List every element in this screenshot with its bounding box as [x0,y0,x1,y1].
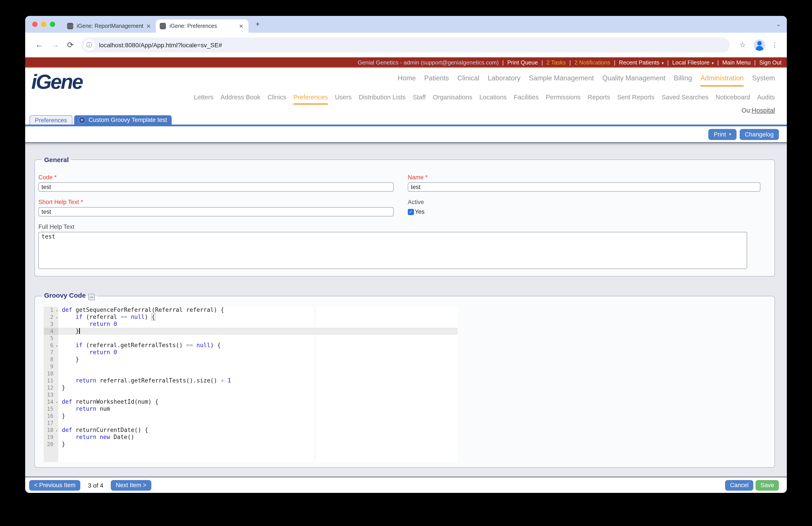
profile-avatar[interactable] [754,39,765,51]
code-line[interactable]: } [58,384,458,391]
topbar-item[interactable]: 2 Tasks [547,59,566,66]
browser-tab[interactable]: iGene: ReportManagement✕ [63,19,156,33]
code-line[interactable]: } [58,412,458,420]
subnav-audits[interactable]: Audits [757,94,775,101]
code-line[interactable] [58,370,458,377]
editor-code-area[interactable]: def getSequenceForReferral(Referral refe… [58,307,458,462]
code-line[interactable]: def getSequenceForReferral(Referral refe… [58,307,458,314]
topbar-item[interactable]: Sign Out [759,59,782,66]
collapse-section-button[interactable]: – [88,294,95,300]
browser-tab-strip: iGene: ReportManagement✕iGene: Preferenc… [25,16,787,33]
code-line[interactable]: return new Date() [58,434,458,441]
subnav-staff[interactable]: Staff [412,94,426,101]
cancel-button[interactable]: Cancel [725,480,753,491]
address-bar[interactable]: ⓘ localhost:8080/App/App.html?locale=sv_… [81,37,730,52]
code-token: if [76,342,83,349]
subnav-distribution-lists[interactable]: Distribution Lists [359,94,406,101]
nav-laboratory[interactable]: Laboratory [488,74,521,82]
code-token: return [76,406,97,412]
code-line[interactable]: return 0 [58,349,458,356]
window-maximize-button[interactable] [50,22,55,27]
subnav-sent-reports[interactable]: Sent Reports [617,94,654,101]
forward-icon[interactable]: → [51,40,59,49]
code-token [224,377,228,384]
previous-item-button[interactable]: < Previous Item [29,480,80,491]
tab-close-icon[interactable]: ✕ [238,23,245,29]
nav-administration[interactable]: Administration [700,74,744,87]
bookmark-star-icon[interactable]: ☆ [739,41,746,49]
code-input[interactable] [39,182,394,192]
topbar-separator: | [614,59,615,66]
igene-logo[interactable]: iGene [31,70,82,94]
topbar-item[interactable]: Local Filestore▾ [672,59,714,66]
window-minimize-button[interactable] [41,22,46,27]
subnav-letters[interactable]: Letters [194,94,214,101]
next-item-button[interactable]: Next Item > [111,480,151,491]
subnav-saved-searches[interactable]: Saved Searches [662,94,709,101]
nav-patients[interactable]: Patients [424,74,449,82]
short-help-label: Short Help Text * [39,199,408,205]
subnav-noticeboard[interactable]: Noticeboard [715,94,750,101]
code-line[interactable] [58,391,458,398]
workspace-tab-close-icon[interactable]: ✕ [79,117,85,123]
topbar-item[interactable]: Recent Patients▾ [619,59,664,66]
subnav-preferences[interactable]: Preferences [293,94,328,105]
topbar-item[interactable]: Main Menu [722,59,751,66]
topbar-item[interactable]: Print Queue [507,59,538,66]
code-line[interactable]: return 0 [58,321,458,328]
nav-clinical[interactable]: Clinical [458,74,479,82]
subnav-reports[interactable]: Reports [588,94,610,101]
code-line[interactable]: } [58,328,458,335]
tab-close-icon[interactable]: ✕ [145,23,152,29]
code-line[interactable] [58,363,458,370]
active-checkbox-label: Yes [415,209,424,215]
subnav-locations[interactable]: Locations [479,94,507,101]
nav-quality-management[interactable]: Quality Management [602,74,665,82]
url-text[interactable]: localhost:8080/App/App.html?locale=sv_SE… [99,41,222,48]
code-line[interactable] [58,420,458,427]
topbar-item[interactable]: 2 Notifications [574,59,610,66]
code-line[interactable]: } [58,356,458,363]
reload-icon[interactable]: ⟳ [67,40,74,50]
print-button[interactable]: Print ▾ [709,129,737,140]
subnav-address-book[interactable]: Address Book [221,94,261,101]
code-line[interactable]: def returnCurrentDate() { [58,427,458,434]
groovy-code-editor[interactable]: 1▾2▾3456▾7891011121314▾15161718▾1920 def… [44,307,771,462]
subnav-users[interactable]: Users [335,94,352,101]
gutter-line-number: 10 [44,370,58,377]
site-info-icon[interactable]: ⓘ [83,39,95,51]
nav-home[interactable]: Home [397,74,416,82]
subnav-organisations[interactable]: Organisations [433,94,473,101]
name-input[interactable] [408,182,760,192]
workspace-tab[interactable]: Preferences [30,115,72,125]
code-line[interactable] [58,335,458,342]
code-line[interactable]: } [58,441,458,448]
subnav-permissions[interactable]: Permissions [546,94,581,101]
changelog-button[interactable]: Changelog [739,129,779,140]
code-line[interactable]: if (referral == null) { [58,314,458,321]
tab-search-chevron-icon[interactable]: ⌄ [776,21,781,27]
active-checkbox[interactable]: ✓ [408,209,414,215]
code-line[interactable]: if (referral.getReferralTests() == null)… [58,342,458,349]
short-help-input[interactable] [39,207,394,216]
nav-sample-management[interactable]: Sample Management [529,74,594,82]
code-token: 0 [114,349,117,356]
back-icon[interactable]: ← [35,40,43,49]
nav-billing[interactable]: Billing [673,74,692,82]
browser-tab[interactable]: iGene: Preferences✕ [156,19,248,33]
window-close-button[interactable] [32,22,38,27]
topbar-item[interactable]: Genial Genetics - admin (support@genialg… [358,59,499,66]
code-line[interactable]: def returnWorksheetId(num) { [58,398,458,406]
code-line[interactable]: return referral.getReferralTests().size(… [58,377,458,384]
full-help-textarea[interactable]: test [39,232,747,269]
browser-menu-icon[interactable]: ⋮ [771,41,778,49]
save-button[interactable]: Save [755,480,779,491]
nav-system[interactable]: System [752,74,775,82]
code-token [62,342,76,349]
ou-hospital-link[interactable]: Hospital [752,107,775,114]
new-tab-button[interactable]: + [253,20,263,29]
workspace-tab[interactable]: ✕Custom Groovy Template test [74,115,172,125]
code-line[interactable]: return num [58,406,458,412]
subnav-clinics[interactable]: Clinics [267,94,286,101]
subnav-facilities[interactable]: Facilities [514,94,539,101]
